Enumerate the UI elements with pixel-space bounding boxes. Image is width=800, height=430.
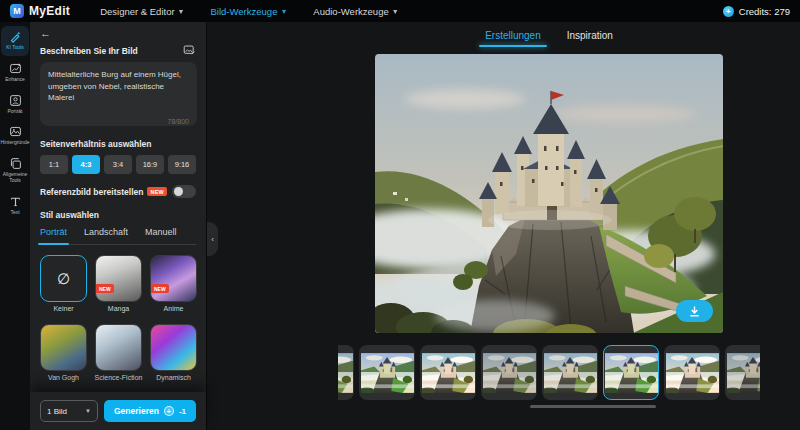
anime-style-thumbnail: NEW (150, 255, 197, 302)
style-tab-portraet[interactable]: Porträt (40, 227, 67, 239)
style-tab-landschaft[interactable]: Landschaft (84, 227, 128, 239)
castle-thumbnail-image (727, 353, 761, 393)
layers-copy-icon (9, 157, 22, 170)
sidebar-item-allgemeine-tools[interactable]: Allgemeine Tools (1, 153, 29, 189)
castle-thumbnail-image (544, 353, 597, 393)
generate-cost: -1 (179, 407, 186, 416)
nav-menu: Designer & Editor ▼ Bild-Werkzeuge ▼ Aud… (100, 6, 399, 17)
dynamisch-style-thumbnail (150, 324, 197, 371)
describe-label: Beschreiben Sie Ihr Bild (40, 46, 138, 56)
char-counter: 78/800 (168, 118, 189, 125)
panel-footer: 1 Bild ▼ Generieren + -1 (30, 392, 206, 430)
brand[interactable]: M MyEdit (10, 4, 70, 18)
background-image-icon (9, 125, 22, 138)
thumbnail-strip (338, 345, 760, 401)
chevron-down-icon: ▼ (280, 8, 287, 15)
prompt-input[interactable]: Mittelalterliche Burg auf einem Hügel, u… (40, 62, 197, 126)
style-grid: ∅ Keiner NEW Manga NEW Anime (40, 255, 196, 392)
castle-thumbnail-image (361, 353, 414, 393)
van-gogh-style-thumbnail (40, 324, 87, 371)
reference-image-toggle[interactable] (172, 185, 196, 198)
enhance-image-icon (9, 62, 22, 75)
myedit-app: M MyEdit Designer & Editor ▼ Bild-Werkze… (0, 0, 800, 430)
tab-erstellungen[interactable]: Erstellungen (485, 30, 541, 45)
prompt-image-icon[interactable] (183, 44, 196, 57)
sidebar-item-enhance[interactable]: Enhance (1, 58, 29, 88)
tab-inspiration[interactable]: Inspiration (567, 30, 613, 45)
generation-thumbnail[interactable] (338, 345, 354, 400)
none-style-icon: ∅ (41, 256, 86, 301)
nav-bild-werkzeuge[interactable]: Bild-Werkzeuge ▼ (211, 6, 288, 17)
aspect-16-9-button[interactable]: 16:9 (136, 155, 164, 174)
thumbnail-scrollbar[interactable] (530, 405, 656, 408)
new-badge: NEW (147, 187, 166, 196)
manga-style-thumbnail: NEW (95, 255, 142, 302)
castle-thumbnail-image (422, 353, 475, 393)
image-count-select[interactable]: 1 Bild ▼ (40, 400, 98, 422)
myedit-logo-icon: M (10, 4, 24, 18)
top-navbar: M MyEdit Designer & Editor ▼ Bild-Werkze… (0, 0, 800, 22)
generation-thumbnail[interactable] (542, 345, 598, 400)
aspect-ratio-label: Seitenverhältnis auswählen (40, 139, 196, 149)
new-badge: NEW (96, 284, 114, 293)
thumbnail-strip-track (338, 345, 760, 400)
sidebar-item-ki-tools[interactable]: KI Tools (1, 26, 29, 56)
style-option-science-fiction[interactable]: Science-Fiction (95, 324, 142, 381)
castle-generated-image (375, 54, 723, 333)
chevron-left-icon: ‹ (211, 235, 214, 244)
generate-button[interactable]: Generieren + -1 (104, 400, 196, 422)
brand-name: MyEdit (29, 4, 70, 18)
aspect-3-4-button[interactable]: 3:4 (104, 155, 132, 174)
text-tool-icon (9, 195, 22, 208)
coin-icon: + (164, 406, 174, 416)
tool-sidebar: KI Tools Enhance Porträt Hint (0, 22, 30, 430)
castle-thumbnail-image (605, 353, 658, 393)
main-tabs: Erstellungen Inspiration (338, 22, 760, 45)
generation-thumbnail[interactable] (420, 345, 476, 400)
style-option-anime[interactable]: NEW Anime (150, 255, 197, 312)
castle-thumbnail-image (338, 353, 353, 393)
coin-plus-icon: + (723, 6, 734, 17)
back-arrow-button[interactable]: ← (40, 26, 54, 40)
aspect-1-1-button[interactable]: 1:1 (40, 155, 68, 174)
sidebar-item-text[interactable]: Text (1, 191, 29, 221)
generation-thumbnail[interactable] (664, 345, 720, 400)
aspect-ratio-group: 1:1 4:3 3:4 16:9 9:16 (40, 155, 196, 174)
style-tab-manuell[interactable]: Manuell (145, 227, 177, 239)
sidebar-item-portraet[interactable]: Porträt (1, 90, 29, 120)
generation-thumbnail[interactable] (603, 345, 659, 400)
castle-thumbnail-image (483, 353, 536, 393)
download-icon (688, 305, 701, 318)
generation-thumbnail[interactable] (359, 345, 415, 400)
generation-thumbnail[interactable] (725, 345, 760, 400)
toggle-knob (174, 187, 183, 196)
sidebar-item-hintergruende[interactable]: Hintergründe (1, 121, 29, 151)
nav-audio-werkzeuge[interactable]: Audio-Werkzeuge ▼ (313, 6, 398, 17)
download-button[interactable] (676, 300, 713, 322)
new-badge: NEW (151, 284, 169, 293)
aspect-4-3-button[interactable]: 4:3 (72, 155, 100, 174)
generated-image-canvas[interactable] (375, 54, 723, 333)
reference-image-label: Referenzbild bereitstellen (40, 187, 143, 197)
main-area: Erstellungen Inspiration (207, 22, 800, 430)
panel-collapse-handle[interactable]: ‹ (207, 222, 218, 256)
aspect-9-16-button[interactable]: 9:16 (168, 155, 196, 174)
science-fiction-style-thumbnail (95, 324, 142, 371)
style-option-van-gogh[interactable]: Van Gogh (40, 324, 87, 381)
generator-settings-panel: ← Beschreiben Sie Ihr Bild Mittelalterli… (30, 22, 207, 430)
style-option-dynamisch[interactable]: Dynamisch (150, 324, 197, 381)
chevron-down-icon: ▼ (85, 408, 91, 414)
style-select-label: Stil auswählen (40, 210, 196, 220)
style-option-manga[interactable]: NEW Manga (95, 255, 142, 312)
portrait-icon (9, 94, 22, 107)
style-option-keiner[interactable]: ∅ Keiner (40, 255, 87, 312)
chevron-down-icon: ▼ (178, 8, 185, 15)
chevron-down-icon: ▼ (392, 8, 399, 15)
nav-designer-editor[interactable]: Designer & Editor ▼ (100, 6, 184, 17)
generation-thumbnail[interactable] (481, 345, 537, 400)
magic-wand-icon (9, 30, 22, 43)
credits-badge[interactable]: + Credits: 279 (723, 6, 790, 17)
castle-thumbnail-image (666, 353, 719, 393)
credits-count: Credits: 279 (739, 6, 790, 17)
style-tabs: Porträt Landschaft Manuell (40, 227, 196, 245)
